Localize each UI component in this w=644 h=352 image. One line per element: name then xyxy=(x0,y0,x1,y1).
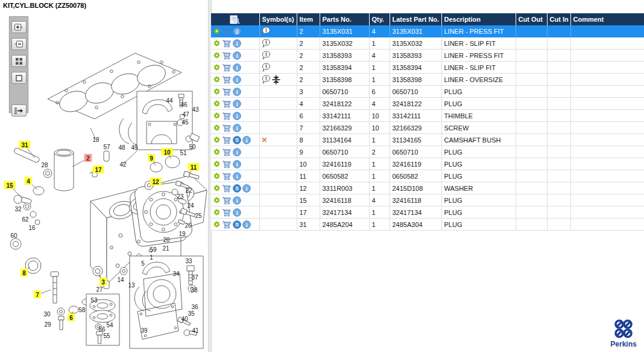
column-header-symbol-s-[interactable]: Symbol(s) xyxy=(259,13,297,25)
s-icon[interactable]: S xyxy=(233,220,241,229)
callout-58[interactable]: 58 xyxy=(78,307,86,313)
cart-icon[interactable] xyxy=(222,136,232,144)
callout-21[interactable]: 21 xyxy=(162,245,169,252)
callout-30[interactable]: 30 xyxy=(43,311,51,318)
gear-icon[interactable] xyxy=(213,39,221,47)
info-icon[interactable]: i xyxy=(233,208,241,217)
s-icon[interactable]: S xyxy=(233,184,241,193)
table-row[interactable]: i!23135X03143135X031LINER - PRESS FIT xyxy=(211,25,644,37)
callout-12[interactable]: 12 xyxy=(150,178,162,185)
callout-51[interactable]: 51 xyxy=(180,150,187,156)
callout-2[interactable]: 2 xyxy=(72,154,92,167)
callout-11[interactable]: 11 xyxy=(188,163,200,173)
table-row[interactable]: i432418122432418122PLUG xyxy=(211,98,644,110)
column-header-cut-out[interactable]: Cut Out xyxy=(516,13,547,25)
info-icon[interactable]: i xyxy=(233,63,241,72)
callout-41[interactable]: 41 xyxy=(192,327,199,334)
cart-icon[interactable] xyxy=(222,100,232,108)
cart-icon[interactable] xyxy=(222,51,232,60)
column-header-comment[interactable]: Comment xyxy=(570,13,644,25)
cart-icon[interactable] xyxy=(222,208,232,217)
column-header-cut-in[interactable]: Cut In xyxy=(547,13,570,25)
callout-23[interactable]: 23 xyxy=(177,193,184,200)
callout-29[interactable]: 29 xyxy=(44,321,51,328)
gear-icon[interactable] xyxy=(213,220,221,228)
gear-icon[interactable] xyxy=(213,63,221,71)
gear-icon[interactable] xyxy=(213,136,221,144)
info-icon[interactable]: i xyxy=(233,39,241,48)
table-row[interactable]: Si123311R00312415D108WASHER xyxy=(211,182,644,194)
table-row[interactable]: i7321663291032166329SCREW xyxy=(211,122,644,134)
gear-icon[interactable] xyxy=(213,160,221,168)
callout-50[interactable]: 50 xyxy=(189,144,196,150)
gear-icon[interactable] xyxy=(213,75,221,83)
info-icon[interactable]: i xyxy=(242,220,251,229)
column-header-item[interactable]: Item xyxy=(297,13,320,25)
callout-53[interactable]: 53 xyxy=(90,297,98,304)
table-row[interactable]: i!231358393431358393LINER - PRESS FIT xyxy=(211,50,644,62)
cart-icon[interactable] xyxy=(222,160,232,168)
callout-32[interactable]: 32 xyxy=(14,206,22,213)
gear-icon[interactable] xyxy=(213,27,221,35)
callout-34[interactable]: 34 xyxy=(172,270,180,277)
callout-54[interactable]: 54 xyxy=(106,322,113,328)
gear-icon[interactable] xyxy=(213,208,221,216)
cart-icon[interactable] xyxy=(222,172,232,181)
table-row[interactable]: i1532416118432416118PLUG xyxy=(211,194,644,206)
info-icon[interactable]: i xyxy=(233,100,241,108)
column-header-parts-no-[interactable]: Parts No. xyxy=(320,13,369,25)
gear-icon[interactable] xyxy=(213,172,221,180)
callout-36[interactable]: 36 xyxy=(191,304,198,310)
callout-5[interactable]: 5 xyxy=(141,260,145,267)
callout-56[interactable]: 56 xyxy=(98,326,106,333)
callout-39[interactable]: 39 xyxy=(140,327,148,334)
info-icon[interactable]: i xyxy=(233,148,241,156)
callout-40[interactable]: 40 xyxy=(181,316,188,322)
callout-49[interactable]: 49 xyxy=(131,144,138,151)
callout-22[interactable]: 22 xyxy=(185,187,192,194)
callout-28[interactable]: 28 xyxy=(41,162,48,168)
table-row[interactable]: i1732417134132417134PLUG xyxy=(211,206,644,219)
gear-icon[interactable] xyxy=(213,51,221,59)
cart-icon[interactable] xyxy=(222,112,232,120)
info-icon[interactable]: i xyxy=(233,27,241,36)
info-icon[interactable]: i xyxy=(242,184,251,193)
callout-42[interactable]: 42 xyxy=(119,150,137,168)
table-row[interactable]: i!23135X03213135X032LINER - SLIP FIT xyxy=(211,37,644,50)
cart-icon[interactable] xyxy=(222,75,232,84)
parts-diagram[interactable]: 3115487631791011122185728424446434745484… xyxy=(0,11,209,352)
table-row[interactable]: i11065058210650582PLUG xyxy=(211,170,644,182)
info-icon[interactable]: i xyxy=(233,88,241,96)
table-row[interactable]: i!231358398131358398LINER - OVERSIZE xyxy=(211,74,644,86)
column-header-latest-part-no-[interactable]: Latest Part No. xyxy=(390,13,441,25)
cart-icon[interactable] xyxy=(222,184,232,193)
callout-55[interactable]: 55 xyxy=(103,333,110,339)
callout-60[interactable]: 60 xyxy=(10,232,17,239)
info-icon[interactable]: i xyxy=(233,160,241,168)
callout-33[interactable]: 33 xyxy=(185,258,192,264)
callout-43[interactable]: 43 xyxy=(192,106,199,113)
callout-17[interactable]: 17 xyxy=(89,165,104,173)
callout-59[interactable]: 59 xyxy=(150,246,157,253)
table-row[interactable]: Si✕831134164131134165CAMSHAFT BUSH xyxy=(211,134,644,146)
callout-45[interactable]: 45 xyxy=(182,119,189,126)
callout-14[interactable]: 14 xyxy=(117,277,124,283)
info-icon[interactable]: i xyxy=(233,172,241,181)
info-icon[interactable]: i xyxy=(233,75,241,84)
cart-icon[interactable] xyxy=(222,63,232,72)
callout-26[interactable]: 26 xyxy=(185,222,192,229)
table-row[interactable]: i3065071060650710PLUG xyxy=(211,86,644,98)
callout-24[interactable]: 24 xyxy=(187,202,194,209)
callout-47[interactable]: 47 xyxy=(182,111,189,118)
gear-icon[interactable] xyxy=(213,112,221,120)
callout-19[interactable]: 19 xyxy=(178,231,186,237)
callout-38[interactable]: 38 xyxy=(191,287,198,293)
callout-48[interactable]: 48 xyxy=(118,144,125,151)
callout-1[interactable]: 1 xyxy=(150,254,153,261)
column-header-qty-[interactable]: Qty. xyxy=(369,13,390,25)
column-header-preview[interactable] xyxy=(211,13,259,25)
cart-icon[interactable] xyxy=(222,39,232,48)
callout-44[interactable]: 44 xyxy=(166,97,173,104)
gear-icon[interactable] xyxy=(213,148,221,156)
callout-35[interactable]: 35 xyxy=(188,310,195,317)
